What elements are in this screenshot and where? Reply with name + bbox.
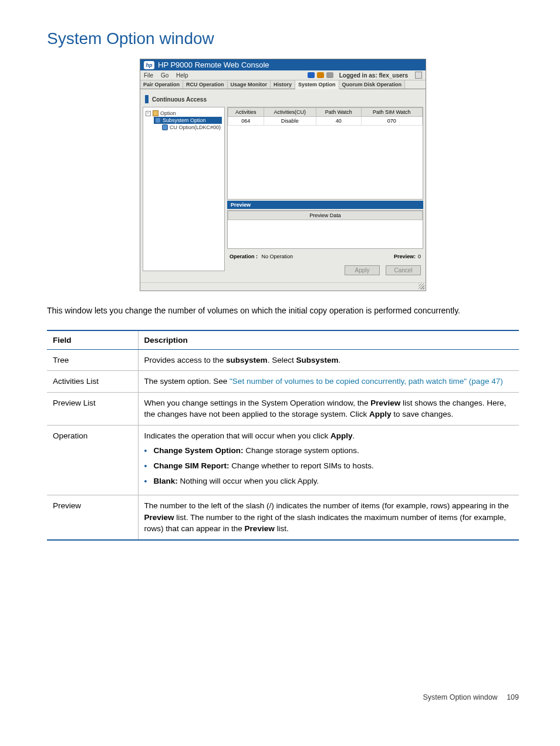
tree-root[interactable]: − Option bbox=[146, 110, 222, 117]
field-desc: When you change settings in the System O… bbox=[138, 392, 519, 425]
menu-bar: File Go Help Logged in as: flex_users bbox=[140, 70, 426, 80]
tab-rcu-operation[interactable]: RCU Operation bbox=[183, 80, 228, 89]
status-indicator-icon bbox=[317, 72, 324, 78]
field-name: Tree bbox=[47, 349, 138, 371]
menu-help[interactable]: Help bbox=[176, 72, 188, 79]
cross-reference-link[interactable]: "Set number of volumes to be copied conc… bbox=[230, 377, 503, 386]
menu-file[interactable]: File bbox=[144, 72, 153, 79]
tab-system-option[interactable]: System Option bbox=[295, 80, 339, 89]
col-field: Field bbox=[47, 330, 138, 350]
col-path-sim-watch: Path SIM Watch bbox=[361, 108, 422, 117]
field-name: Preview List bbox=[47, 392, 138, 425]
col-activities: Activities bbox=[228, 108, 264, 117]
resize-grip-icon[interactable] bbox=[140, 282, 426, 291]
tree-item-cu-option[interactable]: CU Option(LDKC#00) bbox=[162, 124, 222, 131]
field-name: Operation bbox=[47, 425, 138, 495]
table-row: Tree Provides access to the subsystem. S… bbox=[47, 349, 519, 371]
folder-icon bbox=[153, 110, 158, 116]
section-title: Continuous Access bbox=[152, 96, 207, 103]
activities-table: Activities Activities(CU) Path Watch Pat… bbox=[227, 107, 423, 200]
footer-text: System Option window bbox=[423, 693, 498, 701]
lock-icon[interactable] bbox=[415, 72, 422, 79]
tree-expand-icon[interactable]: − bbox=[146, 111, 151, 116]
cancel-button[interactable]: Cancel bbox=[386, 265, 421, 275]
col-path-watch: Path Watch bbox=[316, 108, 361, 117]
disk-icon bbox=[155, 117, 161, 123]
list-item: Change SIM Report: Change whether to rep… bbox=[144, 460, 514, 472]
cell-activities: 064 bbox=[228, 117, 264, 126]
preview-table: Preview Data bbox=[227, 210, 423, 249]
status-indicator-icon bbox=[308, 72, 315, 78]
page-footer: System Option window 109 bbox=[47, 693, 519, 701]
tab-bar: Pair Operation RCU Operation Usage Monit… bbox=[140, 80, 426, 89]
tree-root-label: Option bbox=[160, 110, 176, 116]
apply-button[interactable]: Apply bbox=[345, 265, 380, 275]
operation-label: Operation : No Operation bbox=[230, 254, 293, 259]
tab-pair-operation[interactable]: Pair Operation bbox=[140, 80, 183, 89]
menu-go[interactable]: Go bbox=[161, 72, 168, 79]
field-desc: The system option. See "Set number of vo… bbox=[138, 371, 519, 393]
section-marker-icon bbox=[145, 95, 149, 103]
cell-path-watch: 40 bbox=[316, 117, 361, 126]
table-row: Preview List When you change settings in… bbox=[47, 392, 519, 425]
disk-icon bbox=[162, 124, 168, 130]
operation-value: No Operation bbox=[262, 254, 294, 259]
tab-history[interactable]: History bbox=[271, 80, 295, 89]
tab-usage-monitor[interactable]: Usage Monitor bbox=[228, 80, 271, 89]
col-preview-data: Preview Data bbox=[228, 211, 423, 220]
field-desc: The number to the left of the slash (/) … bbox=[138, 495, 519, 540]
console-screenshot: hp HP P9000 Remote Web Console File Go H… bbox=[140, 59, 426, 291]
list-item: Blank: Nothing will occur when you click… bbox=[144, 475, 514, 487]
window-title: HP P9000 Remote Web Console bbox=[158, 60, 269, 69]
page-heading: System Option window bbox=[47, 29, 519, 48]
tree-item-label: Subsystem Option bbox=[163, 117, 206, 123]
field-name: Preview bbox=[47, 495, 138, 540]
cell-path-sim-watch: 070 bbox=[361, 117, 422, 126]
table-row: Operation Indicates the operation that w… bbox=[47, 425, 519, 495]
field-name: Activities List bbox=[47, 371, 138, 393]
window-titlebar: hp HP P9000 Remote Web Console bbox=[140, 59, 426, 70]
table-row: Activities List The system option. See "… bbox=[47, 371, 519, 393]
preview-header: Preview bbox=[227, 201, 423, 209]
tab-quorum-disk[interactable]: Quorum Disk Operation bbox=[339, 80, 406, 89]
tree-item-subsystem[interactable]: Subsystem Option bbox=[154, 117, 222, 124]
preview-count: 0 bbox=[418, 254, 421, 259]
field-desc: Indicates the operation that will occur … bbox=[138, 425, 519, 495]
cell-activities-cu: Disable bbox=[264, 117, 316, 126]
col-description: Description bbox=[138, 330, 519, 350]
logged-in-label: Logged in as: flex_users bbox=[339, 72, 408, 79]
field-description-table: Field Description Tree Provides access t… bbox=[47, 330, 519, 541]
hp-logo-icon: hp bbox=[144, 61, 154, 69]
preview-count-label: Preview:0 bbox=[394, 254, 421, 259]
list-item: Change System Option: Change storage sys… bbox=[144, 445, 514, 457]
table-row: Preview The number to the left of the sl… bbox=[47, 495, 519, 540]
table-row[interactable]: 064 Disable 40 070 bbox=[228, 117, 423, 126]
field-desc: Provides access to the subsystem. Select… bbox=[138, 349, 519, 371]
page-number: 109 bbox=[507, 693, 519, 701]
intro-paragraph: This window lets you change the number o… bbox=[47, 305, 519, 317]
col-activities-cu: Activities(CU) bbox=[264, 108, 316, 117]
status-indicator-icon bbox=[326, 72, 333, 78]
tree-panel[interactable]: − Option Subsystem Option CU Option(LDKC… bbox=[143, 107, 225, 271]
tree-item-label: CU Option(LDKC#00) bbox=[170, 124, 221, 130]
